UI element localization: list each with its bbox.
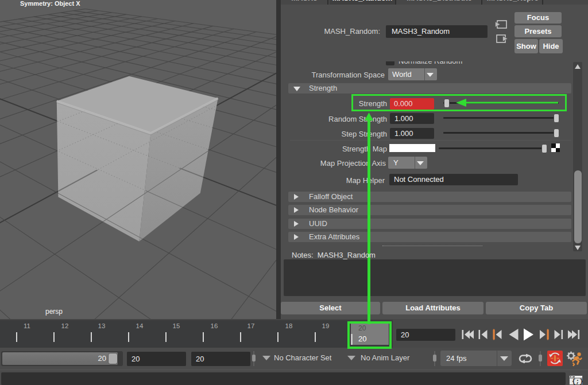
svg-text:{;}: {;} (572, 378, 583, 385)
